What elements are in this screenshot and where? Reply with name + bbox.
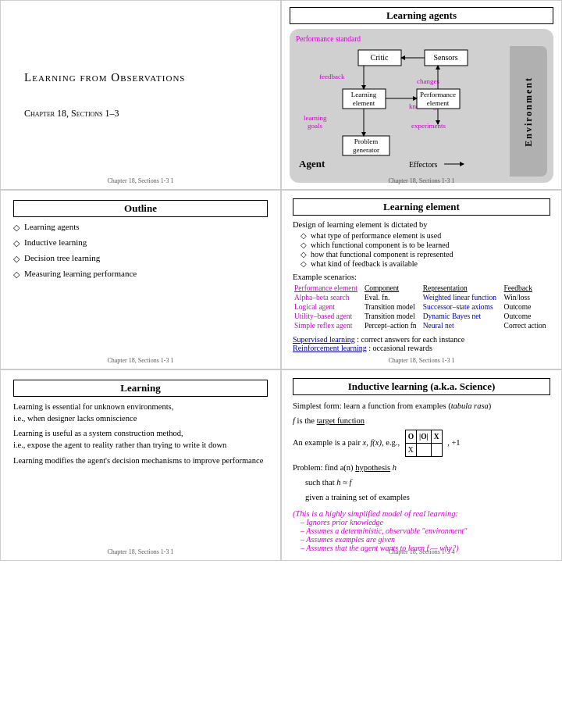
svg-text:Performance: Performance	[420, 91, 456, 98]
le-bullet-4: ◇ what kind of feedback is available	[301, 259, 550, 268]
slide-outline: Outline ◇ Learning agents ◇ Inductive le…	[0, 190, 281, 369]
slide6-title: Inductive learning (a.k.a. Science)	[293, 378, 550, 395]
x-label: x	[363, 438, 367, 447]
table-row: Alpha–beta search Eval. fn. Weighted lin…	[293, 293, 550, 302]
supervised-text: : correct answers for each instance	[357, 335, 464, 344]
table-row: Logical agent Transition model Successor…	[293, 302, 550, 312]
th-rep: Representation	[422, 284, 503, 293]
il-note-4: – Assumes examples are given	[301, 535, 550, 544]
outline-item-4: ◇ Measuring learning performance	[13, 269, 268, 280]
learning-para-2: Learning is useful as a system construct…	[13, 428, 268, 451]
diagram-inner: Critic Sensors feedback changes knowledg…	[296, 46, 547, 177]
svg-text:experiments: experiments	[411, 122, 446, 130]
le-footer: Supervised learning : correct answers fo…	[293, 335, 550, 352]
le-diamond-3: ◇	[301, 250, 307, 259]
f-label: f	[293, 416, 295, 425]
svg-text:Agent: Agent	[299, 158, 325, 170]
le-bullet-1-text: what type of performance element is used	[311, 231, 441, 240]
il-note-3: – Assumes a deterministic, observable "e…	[301, 526, 550, 535]
fx-label: f(x)	[370, 438, 382, 447]
le-diamond-1: ◇	[301, 231, 307, 240]
learning-para-3: Learning modifies the agent's decision m…	[13, 455, 268, 467]
td-perf-1: Alpha–beta search	[293, 293, 363, 302]
svg-text:goals: goals	[308, 122, 322, 130]
td-comp-1: Eval. fn.	[363, 293, 422, 302]
slide-learning: Learning Learning is essential for unkno…	[0, 369, 281, 561]
agent-diagram-svg: Critic Sensors feedback changes knowledg…	[296, 46, 507, 175]
outline-item-3-label: Decision tree learning	[24, 253, 100, 262]
svg-text:Sensors: Sensors	[433, 53, 457, 62]
perf-standard-label: Performance standard	[296, 35, 547, 43]
le-diamond-4: ◇	[301, 259, 307, 268]
il-such-that: such that h ≈ f	[305, 476, 550, 489]
slide3-footer: Chapter 18, Sections 1-3 1	[1, 357, 280, 364]
outline-list: ◇ Learning agents ◇ Inductive learning ◇…	[13, 222, 268, 280]
example-table: O |O| X X	[405, 430, 443, 458]
il-target: f is the target function	[293, 415, 550, 427]
svg-text:changes: changes	[417, 77, 439, 85]
slide1-footer: Chapter 18, Sections 1-3 1	[1, 177, 280, 184]
slide-learning-from-observations: Learning from Observations Chapter 18, S…	[0, 0, 281, 190]
td-rep-2: Successor–state axioms	[422, 302, 503, 312]
th-comp: Component	[363, 284, 422, 293]
slide4-footer: Chapter 18, Sections 1-3 1	[282, 357, 561, 364]
svg-text:element: element	[427, 99, 450, 107]
le-diamond-2: ◇	[301, 241, 307, 249]
slide2-title: Learning agents	[290, 7, 553, 24]
svg-text:learning: learning	[304, 114, 327, 122]
table-row: Simple reflex agent Percept–action fn Ne…	[293, 321, 550, 330]
hypothesis-label: hypothesis	[355, 463, 390, 472]
il-note-2: – Ignores prior knowledge	[301, 518, 550, 526]
il-simplest: Simplest form: learn a function from exa…	[293, 400, 550, 412]
svg-text:Problem: Problem	[354, 137, 379, 145]
learning-para-1: Learning is essential for unknown enviro…	[13, 401, 268, 424]
slide-inductive-learning: Inductive learning (a.k.a. Science) Simp…	[281, 369, 562, 561]
td-feed-2: Outcome	[503, 302, 550, 312]
td-feed-1: Win/loss	[503, 293, 550, 302]
il-example: An example is a pair x, f(x), e.g., O |O…	[293, 430, 550, 458]
svg-text:generator: generator	[353, 146, 379, 154]
reinforcement-label: Reinforcement learning	[293, 344, 367, 352]
le-footer-line-2: Reinforcement learning : occasional rewa…	[293, 344, 550, 352]
le-bullets: ◇ what type of performance element is us…	[293, 231, 550, 268]
le-bullet-1: ◇ what type of performance element is us…	[301, 231, 550, 240]
svg-text:element: element	[353, 99, 375, 107]
target-function-label: target function	[317, 416, 365, 425]
h-label: h	[393, 463, 397, 472]
le-table: Performance element Component Representa…	[293, 284, 550, 330]
td-rep-4: Neural net	[422, 321, 503, 330]
td-comp-2: Transition model	[363, 302, 422, 312]
slide-learning-element: Learning element Design of learning elem…	[281, 190, 562, 369]
il-problem: Problem: find a(n) hypothesis h	[293, 462, 550, 474]
le-bullet-2: ◇ which functional component is to be le…	[301, 241, 550, 249]
il-note-block: (This is a highly simplified model of re…	[293, 509, 550, 552]
le-bullet-3: ◇ how that functional component is repre…	[301, 250, 550, 259]
slide-learning-agents: Learning agents Performance standard Cri…	[281, 0, 562, 190]
td-feed-4: Correct action	[503, 321, 550, 330]
outline-item-4-label: Measuring learning performance	[24, 269, 137, 278]
td-perf-4: Simple reflex agent	[293, 321, 363, 330]
environment-label: Environment	[523, 77, 535, 147]
reinforcement-text: : occasional rewards	[368, 344, 432, 352]
le-table-header-row: Performance element Component Representa…	[293, 284, 550, 293]
le-footer-line-1: Supervised learning : correct answers fo…	[293, 335, 550, 344]
slide5-title: Learning	[13, 380, 268, 397]
td-comp-3: Transition model	[363, 312, 422, 321]
td-rep-3: Dynamic Bayes net	[422, 312, 503, 321]
outline-item-3: ◇ Decision tree learning	[13, 253, 268, 264]
supervised-label: Supervised learning	[293, 335, 355, 344]
il-given: given a training set of examples	[305, 491, 550, 504]
le-intro: Design of learning element is dictated b…	[293, 220, 550, 229]
svg-text:Effectors: Effectors	[409, 160, 438, 169]
slide5-footer: Chapter 18, Sections 1-3 1	[1, 548, 280, 555]
svg-text:Learning: Learning	[351, 91, 377, 98]
td-perf-3: Utility–based agent	[293, 312, 363, 321]
example-label: Example scenarios:	[293, 273, 550, 281]
environment-block: Environment	[510, 46, 547, 177]
slide1-main-title: Learning from Observations	[24, 71, 185, 84]
svg-text:feedback: feedback	[319, 73, 345, 80]
outline-item-2: ◇ Inductive learning	[13, 237, 268, 248]
svg-text:Critic: Critic	[371, 53, 389, 62]
table-row: Utility–based agent Transition model Dyn…	[293, 312, 550, 321]
slide4-title: Learning element	[293, 198, 550, 216]
